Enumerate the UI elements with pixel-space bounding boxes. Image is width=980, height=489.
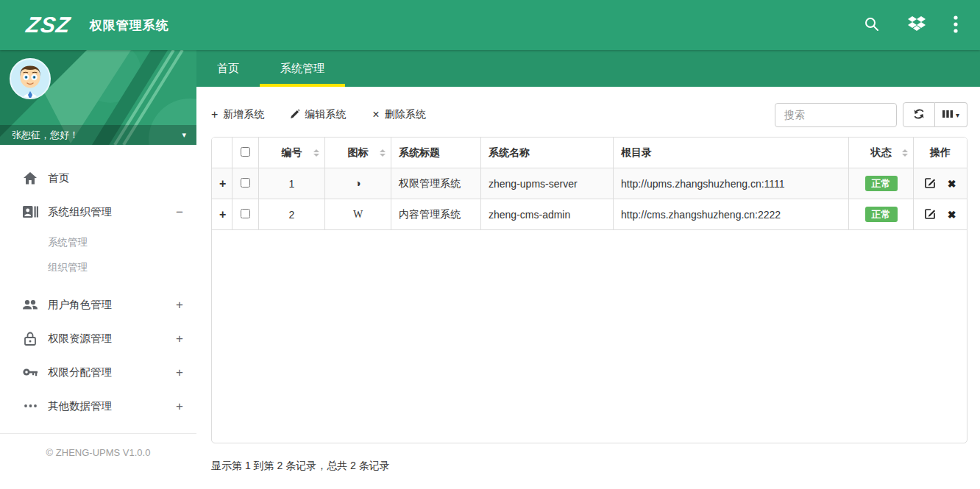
sidebar-subitem-system-mgmt[interactable]: 系统管理 xyxy=(0,230,196,255)
col-status-label: 状态 xyxy=(871,146,892,158)
sidebar-item-permission-assign[interactable]: 权限分配管理 + xyxy=(0,355,196,389)
col-id[interactable]: 编号 xyxy=(259,138,325,168)
org-card-icon xyxy=(22,206,38,218)
col-actions: 操作 xyxy=(914,138,967,168)
edit-row-button[interactable] xyxy=(925,208,936,221)
expand-row-button[interactable]: + xyxy=(212,168,232,199)
table-tools: ▾ xyxy=(903,102,967,127)
refresh-icon xyxy=(913,108,925,122)
row-checkbox[interactable] xyxy=(241,209,250,218)
col-name: 系统名称 xyxy=(481,138,614,168)
col-id-label: 编号 xyxy=(282,146,302,158)
dropbox-icon xyxy=(908,16,926,35)
cell-name: zheng-cms-admin xyxy=(481,199,614,230)
sort-icon xyxy=(902,149,908,157)
row-checkbox[interactable] xyxy=(241,178,250,188)
cell-id: 2 xyxy=(259,199,325,230)
sidebar-item-user-role[interactable]: 用户角色管理 + xyxy=(0,288,196,321)
kebab-menu-button[interactable] xyxy=(954,15,958,35)
cell-title: 内容管理系统 xyxy=(391,199,481,230)
pagination-summary: 显示第 1 到第 2 条记录，总共 2 条记录 xyxy=(211,460,967,473)
tab-system-mgmt[interactable]: 系统管理 xyxy=(260,50,345,87)
add-system-label: 新增系统 xyxy=(223,108,264,121)
cell-status: 正常 xyxy=(849,199,914,230)
delete-row-button[interactable]: ✖ xyxy=(948,178,956,190)
cell-actions: ✖ xyxy=(914,168,967,199)
edit-system-label: 编辑系统 xyxy=(305,108,346,121)
col-root: 根目录 xyxy=(614,138,849,168)
sidebar-subitem-org-mgmt[interactable]: 组织管理 xyxy=(0,255,196,280)
edit-row-button[interactable] xyxy=(925,177,936,190)
toolbar: + 新增系统 编辑系统 × 删除系统 xyxy=(211,101,967,128)
col-expand xyxy=(212,138,232,168)
cell-root: http://cms.zhangshuzheng.cn:2222 xyxy=(614,199,849,230)
sidebar-item-label: 权限资源管理 xyxy=(48,332,112,346)
x-icon: × xyxy=(372,109,379,121)
sidebar-item-other-data[interactable]: 其他数据管理 + xyxy=(0,389,196,423)
sidebar-item-label: 系统组织管理 xyxy=(48,205,112,219)
search-input[interactable] xyxy=(775,103,897,127)
lock-icon xyxy=(22,332,38,346)
col-status[interactable]: 状态 xyxy=(849,138,914,168)
expand-row-button[interactable]: + xyxy=(212,199,232,230)
col-root-label: 根目录 xyxy=(621,146,652,158)
sidebar-item-label: 权限分配管理 xyxy=(48,365,112,379)
toolbar-actions: + 新增系统 编辑系统 × 删除系统 xyxy=(211,108,426,121)
table-row: + 1 ◑ 权限管理系统 zheng-upms-server http://up… xyxy=(212,168,967,199)
sidebar-copyright: © ZHENG-UPMS V1.0.0 xyxy=(0,433,196,471)
kebab-menu-icon xyxy=(954,15,958,35)
add-system-button[interactable]: + 新增系统 xyxy=(211,108,264,121)
sidebar-item-label: 首页 xyxy=(48,171,69,185)
edit-square-icon xyxy=(925,208,936,221)
expand-icon: + xyxy=(176,332,183,345)
dropbox-button[interactable] xyxy=(908,16,926,35)
content-area: + 新增系统 编辑系统 × 删除系统 xyxy=(196,87,980,489)
app-logo: ZSZ xyxy=(25,13,72,38)
delete-system-button[interactable]: × 删除系统 xyxy=(372,108,425,121)
sidebar-item-label: 用户角色管理 xyxy=(48,298,112,312)
header-actions xyxy=(864,15,958,35)
col-icon-label: 图标 xyxy=(348,146,369,158)
delete-system-label: 删除系统 xyxy=(385,108,426,121)
sidebar-item-system-org[interactable]: 系统组织管理 − xyxy=(0,195,196,229)
sidebar-item-permission-resource[interactable]: 权限资源管理 + xyxy=(0,321,196,355)
status-badge: 正常 xyxy=(865,207,898,222)
columns-button[interactable]: ▾ xyxy=(935,102,967,127)
delete-row-button[interactable]: ✖ xyxy=(948,209,956,221)
row-select-cell xyxy=(232,199,259,230)
search-button[interactable] xyxy=(864,16,880,35)
row-select-cell xyxy=(232,168,259,199)
col-title-label: 系统标题 xyxy=(399,146,440,158)
cell-title: 权限管理系统 xyxy=(391,168,481,199)
sidebar: 张恕征，您好！ ▾ 首页 xyxy=(0,50,196,489)
status-badge: 正常 xyxy=(865,176,898,191)
sidebar-item-home[interactable]: 首页 xyxy=(0,161,196,195)
app-header: ZSZ 权限管理系统 xyxy=(0,0,980,50)
sidebar-submenu: 系统管理 组织管理 xyxy=(0,229,196,288)
edit-system-button[interactable]: 编辑系统 xyxy=(291,108,346,121)
tab-home[interactable]: 首页 xyxy=(196,50,260,87)
subitem-label: 系统管理 xyxy=(48,236,88,249)
select-all-checkbox[interactable] xyxy=(241,147,250,157)
ellipsis-icon xyxy=(22,404,38,407)
plus-icon: + xyxy=(211,109,218,121)
col-icon[interactable]: 图标 xyxy=(325,138,391,168)
home-icon xyxy=(22,172,38,185)
table-row: + 2 W 内容管理系统 zheng-cms-admin http://cms.… xyxy=(212,199,967,230)
system-w-icon: W xyxy=(325,199,391,230)
sidebar-item-label: 其他数据管理 xyxy=(48,399,112,413)
delete-x-icon: ✖ xyxy=(948,178,956,190)
col-title: 系统标题 xyxy=(391,138,481,168)
expand-icon: + xyxy=(176,299,183,311)
avatar xyxy=(10,59,50,100)
table-panel: 编号 图标 系统标题 系统名称 xyxy=(211,137,967,443)
sidebar-hero: 张恕征，您好！ ▾ xyxy=(0,50,196,145)
expand-icon: + xyxy=(176,400,183,413)
user-greeting[interactable]: 张恕征，您好！ ▾ xyxy=(0,125,196,145)
refresh-button[interactable] xyxy=(903,102,935,127)
system-shield-icon: ◑ xyxy=(325,168,391,199)
columns-icon xyxy=(942,110,953,121)
cell-status: 正常 xyxy=(849,168,914,199)
search-icon xyxy=(864,16,880,35)
greeting-text: 张恕征，您好！ xyxy=(12,129,79,142)
